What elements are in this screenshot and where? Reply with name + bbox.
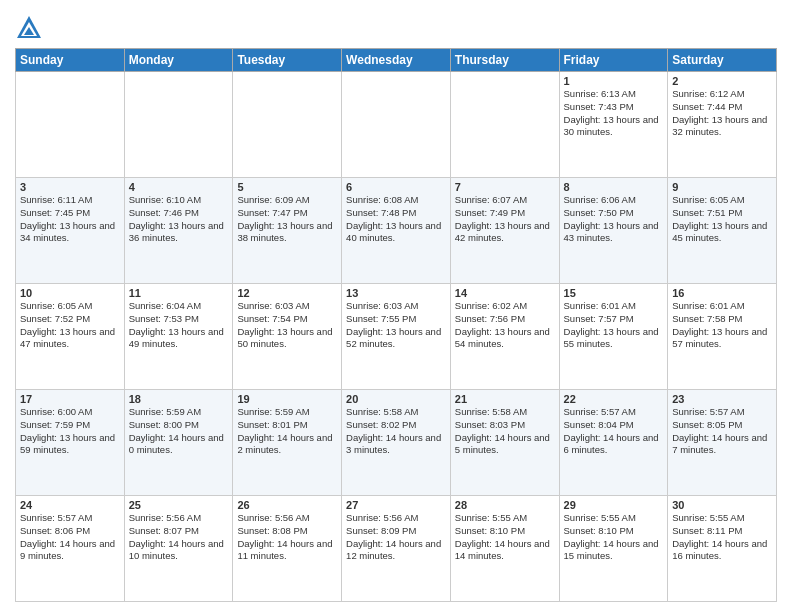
- calendar-cell: 2Sunrise: 6:12 AM Sunset: 7:44 PM Daylig…: [668, 72, 777, 178]
- calendar-cell: 13Sunrise: 6:03 AM Sunset: 7:55 PM Dayli…: [342, 284, 451, 390]
- day-number: 4: [129, 181, 229, 193]
- day-number: 12: [237, 287, 337, 299]
- day-info: Sunrise: 5:56 AM Sunset: 8:08 PM Dayligh…: [237, 512, 337, 563]
- day-number: 8: [564, 181, 664, 193]
- calendar-cell: 9Sunrise: 6:05 AM Sunset: 7:51 PM Daylig…: [668, 178, 777, 284]
- day-info: Sunrise: 5:55 AM Sunset: 8:10 PM Dayligh…: [455, 512, 555, 563]
- calendar-cell: 19Sunrise: 5:59 AM Sunset: 8:01 PM Dayli…: [233, 390, 342, 496]
- day-info: Sunrise: 5:58 AM Sunset: 8:02 PM Dayligh…: [346, 406, 446, 457]
- day-number: 27: [346, 499, 446, 511]
- day-number: 28: [455, 499, 555, 511]
- day-info: Sunrise: 6:03 AM Sunset: 7:55 PM Dayligh…: [346, 300, 446, 351]
- calendar-cell: 4Sunrise: 6:10 AM Sunset: 7:46 PM Daylig…: [124, 178, 233, 284]
- day-number: 11: [129, 287, 229, 299]
- day-info: Sunrise: 5:55 AM Sunset: 8:10 PM Dayligh…: [564, 512, 664, 563]
- day-number: 23: [672, 393, 772, 405]
- page: SundayMondayTuesdayWednesdayThursdayFrid…: [0, 0, 792, 612]
- day-info: Sunrise: 5:58 AM Sunset: 8:03 PM Dayligh…: [455, 406, 555, 457]
- day-info: Sunrise: 5:55 AM Sunset: 8:11 PM Dayligh…: [672, 512, 772, 563]
- calendar-cell: [233, 72, 342, 178]
- day-number: 15: [564, 287, 664, 299]
- day-number: 5: [237, 181, 337, 193]
- calendar-cell: 23Sunrise: 5:57 AM Sunset: 8:05 PM Dayli…: [668, 390, 777, 496]
- calendar: SundayMondayTuesdayWednesdayThursdayFrid…: [15, 48, 777, 602]
- header: [15, 10, 777, 42]
- day-info: Sunrise: 6:03 AM Sunset: 7:54 PM Dayligh…: [237, 300, 337, 351]
- day-number: 14: [455, 287, 555, 299]
- calendar-cell: 11Sunrise: 6:04 AM Sunset: 7:53 PM Dayli…: [124, 284, 233, 390]
- day-number: 26: [237, 499, 337, 511]
- calendar-cell: 12Sunrise: 6:03 AM Sunset: 7:54 PM Dayli…: [233, 284, 342, 390]
- calendar-cell: [124, 72, 233, 178]
- day-number: 3: [20, 181, 120, 193]
- day-info: Sunrise: 6:05 AM Sunset: 7:51 PM Dayligh…: [672, 194, 772, 245]
- day-info: Sunrise: 6:00 AM Sunset: 7:59 PM Dayligh…: [20, 406, 120, 457]
- calendar-week-row: 17Sunrise: 6:00 AM Sunset: 7:59 PM Dayli…: [16, 390, 777, 496]
- day-number: 30: [672, 499, 772, 511]
- day-number: 7: [455, 181, 555, 193]
- day-info: Sunrise: 5:57 AM Sunset: 8:06 PM Dayligh…: [20, 512, 120, 563]
- calendar-cell: 21Sunrise: 5:58 AM Sunset: 8:03 PM Dayli…: [450, 390, 559, 496]
- day-info: Sunrise: 5:59 AM Sunset: 8:01 PM Dayligh…: [237, 406, 337, 457]
- day-number: 22: [564, 393, 664, 405]
- day-number: 20: [346, 393, 446, 405]
- calendar-cell: 26Sunrise: 5:56 AM Sunset: 8:08 PM Dayli…: [233, 496, 342, 602]
- day-info: Sunrise: 6:02 AM Sunset: 7:56 PM Dayligh…: [455, 300, 555, 351]
- day-number: 6: [346, 181, 446, 193]
- day-info: Sunrise: 6:07 AM Sunset: 7:49 PM Dayligh…: [455, 194, 555, 245]
- calendar-cell: 7Sunrise: 6:07 AM Sunset: 7:49 PM Daylig…: [450, 178, 559, 284]
- calendar-cell: 8Sunrise: 6:06 AM Sunset: 7:50 PM Daylig…: [559, 178, 668, 284]
- day-number: 21: [455, 393, 555, 405]
- day-number: 29: [564, 499, 664, 511]
- calendar-header-day: Thursday: [450, 49, 559, 72]
- day-info: Sunrise: 6:08 AM Sunset: 7:48 PM Dayligh…: [346, 194, 446, 245]
- day-info: Sunrise: 5:59 AM Sunset: 8:00 PM Dayligh…: [129, 406, 229, 457]
- day-number: 19: [237, 393, 337, 405]
- day-number: 17: [20, 393, 120, 405]
- calendar-cell: 29Sunrise: 5:55 AM Sunset: 8:10 PM Dayli…: [559, 496, 668, 602]
- day-number: 16: [672, 287, 772, 299]
- calendar-cell: 6Sunrise: 6:08 AM Sunset: 7:48 PM Daylig…: [342, 178, 451, 284]
- day-info: Sunrise: 5:56 AM Sunset: 8:07 PM Dayligh…: [129, 512, 229, 563]
- calendar-cell: 27Sunrise: 5:56 AM Sunset: 8:09 PM Dayli…: [342, 496, 451, 602]
- day-number: 10: [20, 287, 120, 299]
- calendar-header-day: Friday: [559, 49, 668, 72]
- calendar-cell: [342, 72, 451, 178]
- calendar-cell: 17Sunrise: 6:00 AM Sunset: 7:59 PM Dayli…: [16, 390, 125, 496]
- day-number: 25: [129, 499, 229, 511]
- day-info: Sunrise: 6:09 AM Sunset: 7:47 PM Dayligh…: [237, 194, 337, 245]
- calendar-cell: 22Sunrise: 5:57 AM Sunset: 8:04 PM Dayli…: [559, 390, 668, 496]
- day-info: Sunrise: 6:06 AM Sunset: 7:50 PM Dayligh…: [564, 194, 664, 245]
- day-info: Sunrise: 6:13 AM Sunset: 7:43 PM Dayligh…: [564, 88, 664, 139]
- day-number: 1: [564, 75, 664, 87]
- calendar-cell: 20Sunrise: 5:58 AM Sunset: 8:02 PM Dayli…: [342, 390, 451, 496]
- calendar-header-day: Monday: [124, 49, 233, 72]
- calendar-header-day: Saturday: [668, 49, 777, 72]
- day-info: Sunrise: 6:04 AM Sunset: 7:53 PM Dayligh…: [129, 300, 229, 351]
- calendar-header-day: Sunday: [16, 49, 125, 72]
- calendar-cell: [450, 72, 559, 178]
- day-info: Sunrise: 6:05 AM Sunset: 7:52 PM Dayligh…: [20, 300, 120, 351]
- day-info: Sunrise: 5:57 AM Sunset: 8:04 PM Dayligh…: [564, 406, 664, 457]
- calendar-cell: 28Sunrise: 5:55 AM Sunset: 8:10 PM Dayli…: [450, 496, 559, 602]
- calendar-cell: 3Sunrise: 6:11 AM Sunset: 7:45 PM Daylig…: [16, 178, 125, 284]
- logo: [15, 14, 47, 42]
- day-info: Sunrise: 6:11 AM Sunset: 7:45 PM Dayligh…: [20, 194, 120, 245]
- logo-icon: [15, 14, 43, 42]
- day-info: Sunrise: 6:12 AM Sunset: 7:44 PM Dayligh…: [672, 88, 772, 139]
- calendar-header-day: Tuesday: [233, 49, 342, 72]
- day-info: Sunrise: 5:57 AM Sunset: 8:05 PM Dayligh…: [672, 406, 772, 457]
- calendar-cell: 5Sunrise: 6:09 AM Sunset: 7:47 PM Daylig…: [233, 178, 342, 284]
- day-number: 18: [129, 393, 229, 405]
- calendar-week-row: 10Sunrise: 6:05 AM Sunset: 7:52 PM Dayli…: [16, 284, 777, 390]
- day-number: 9: [672, 181, 772, 193]
- calendar-cell: 16Sunrise: 6:01 AM Sunset: 7:58 PM Dayli…: [668, 284, 777, 390]
- calendar-cell: [16, 72, 125, 178]
- calendar-cell: 10Sunrise: 6:05 AM Sunset: 7:52 PM Dayli…: [16, 284, 125, 390]
- calendar-cell: 30Sunrise: 5:55 AM Sunset: 8:11 PM Dayli…: [668, 496, 777, 602]
- day-info: Sunrise: 5:56 AM Sunset: 8:09 PM Dayligh…: [346, 512, 446, 563]
- calendar-cell: 18Sunrise: 5:59 AM Sunset: 8:00 PM Dayli…: [124, 390, 233, 496]
- day-number: 13: [346, 287, 446, 299]
- day-info: Sunrise: 6:01 AM Sunset: 7:57 PM Dayligh…: [564, 300, 664, 351]
- calendar-week-row: 1Sunrise: 6:13 AM Sunset: 7:43 PM Daylig…: [16, 72, 777, 178]
